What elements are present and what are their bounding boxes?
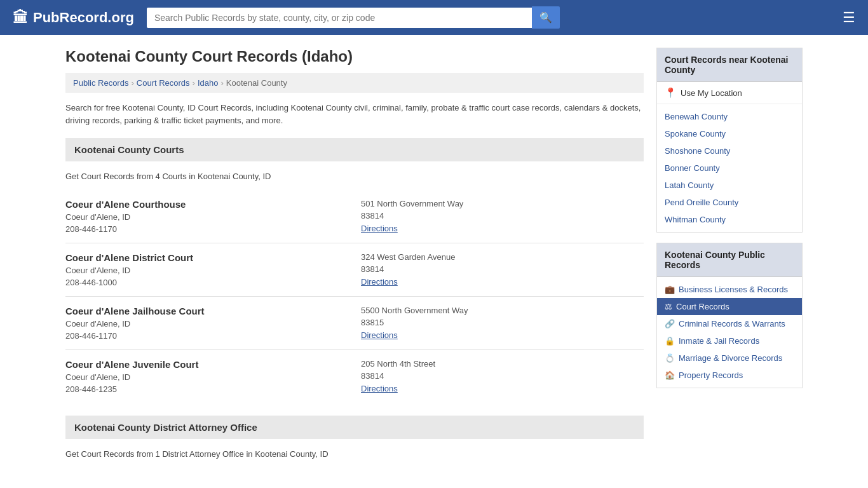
nearby-county-7[interactable]: Whitman County [657,211,802,228]
pr-court-link[interactable]: Court Records [676,302,729,311]
pr-business[interactable]: 💼 Business Licenses & Records [657,281,802,298]
marriage-icon: 💍 [665,353,675,363]
main-container: Kootenai County Court Records (Idaho) Pu… [53,35,815,480]
page-description: Search for free Kootenai County, ID Cour… [65,102,644,126]
nearby-header: Court Records near Kootenai County [657,48,802,82]
use-location-label: Use My Location [681,88,742,98]
public-records-box: Kootenai County Public Records 💼 Busines… [656,243,803,388]
pr-marriage[interactable]: 💍 Marriage & Divorce Records [657,349,802,367]
pr-property[interactable]: 🏠 Property Records [657,367,802,384]
court-zip-3: 83815 [361,318,644,327]
court-name-1: Coeur d'Alene Courthouse [65,199,348,210]
court-city-4: Coeur d'Alene, ID [65,372,348,382]
site-header: 🏛 PubRecord.org 🔍 ☰ [0,0,868,35]
nearby-county-link-2[interactable]: Spokane County [665,129,726,139]
pr-court[interactable]: ⚖ Court Records [657,298,802,315]
logo-text: PubRecord.org [33,10,134,26]
courts-section-header: Kootenai County Courts [65,138,644,161]
pr-business-link[interactable]: Business Licenses & Records [679,285,788,294]
directions-link-4[interactable]: Directions [361,384,398,393]
nearby-counties-box: Court Records near Kootenai County 📍 Use… [656,48,803,233]
courts-list: Coeur d'Alene Courthouse Coeur d'Alene, … [65,190,644,403]
da-section-header: Kootenai County District Attorney Office [65,416,644,439]
nearby-county-link-5[interactable]: Latah County [665,180,714,190]
search-input[interactable] [147,8,532,28]
public-records-header: Kootenai County Public Records [657,243,802,277]
court-phone-4: 208-446-1235 [65,384,348,394]
court-name-2: Coeur d'Alene District Court [65,252,348,263]
nearby-county-link-4[interactable]: Bonner County [665,163,720,173]
court-phone-1: 208-446-1170 [65,224,348,234]
main-content: Kootenai County Court Records (Idaho) Pu… [65,48,644,468]
search-bar: 🔍 [147,6,560,29]
logo-icon: 🏛 [13,9,28,27]
nearby-county-link-3[interactable]: Shoshone County [665,146,730,156]
court-entry-3: Coeur d'Alene Jailhouse Court Coeur d'Al… [65,297,644,350]
breadcrumb-court-records[interactable]: Court Records [137,78,190,88]
breadcrumb-kootenai: Kootenai County [226,78,287,88]
pr-criminal[interactable]: 🔗 Criminal Records & Warrants [657,315,802,332]
court-entry-1: Coeur d'Alene Courthouse Coeur d'Alene, … [65,190,644,243]
page-title: Kootenai County Court Records (Idaho) [65,48,644,65]
nearby-county-1[interactable]: Benewah County [657,108,802,125]
court-entry-4: Coeur d'Alene Juvenile Court Coeur d'Ale… [65,350,644,403]
sidebar: Court Records near Kootenai County 📍 Use… [656,48,803,468]
nearby-county-2[interactable]: Spokane County [657,125,802,142]
nearby-counties-list: Benewah County Spokane County Shoshone C… [657,104,802,232]
breadcrumb: Public Records › Court Records › Idaho ›… [65,73,644,93]
court-city-2: Coeur d'Alene, ID [65,266,348,275]
da-subtext: Get Court Records from 1 District Attorn… [65,445,644,468]
pr-inmate[interactable]: 🔒 Inmate & Jail Records [657,332,802,349]
nearby-county-6[interactable]: Pend Oreille County [657,194,802,211]
nearby-county-5[interactable]: Latah County [657,177,802,194]
court-entry-2: Coeur d'Alene District Court Coeur d'Ale… [65,243,644,297]
criminal-icon: 🔗 [665,319,675,329]
directions-link-3[interactable]: Directions [361,330,398,340]
breadcrumb-sep-1: › [131,78,133,88]
search-button[interactable]: 🔍 [532,6,560,29]
pr-criminal-link[interactable]: Criminal Records & Warrants [679,319,785,329]
breadcrumb-public-records[interactable]: Public Records [73,78,128,88]
logo[interactable]: 🏛 PubRecord.org [13,9,134,27]
court-name-4: Coeur d'Alene Juvenile Court [65,359,348,370]
court-phone-2: 208-446-1000 [65,278,348,287]
pin-icon: 📍 [665,87,677,98]
nearby-county-link-7[interactable]: Whitman County [665,215,726,224]
court-address-2: 324 West Garden Avenue [361,252,644,262]
directions-link-2[interactable]: Directions [361,277,398,287]
directions-link-1[interactable]: Directions [361,224,398,233]
nearby-county-link-6[interactable]: Pend Oreille County [665,198,738,207]
court-zip-1: 83814 [361,211,644,220]
briefcase-icon: 💼 [665,285,675,294]
court-city-1: Coeur d'Alene, ID [65,212,348,222]
nearby-county-4[interactable]: Bonner County [657,159,802,177]
hamburger-button[interactable]: ☰ [843,10,855,26]
court-zip-4: 83814 [361,371,644,381]
pr-marriage-link[interactable]: Marriage & Divorce Records [679,353,782,363]
breadcrumb-idaho[interactable]: Idaho [198,78,219,88]
court-zip-2: 83814 [361,264,644,274]
nearby-county-link-1[interactable]: Benewah County [665,112,728,121]
hamburger-icon: ☰ [843,10,855,25]
pr-property-link[interactable]: Property Records [679,370,743,380]
court-address-1: 501 North Government Way [361,199,644,208]
breadcrumb-sep-2: › [193,78,195,88]
use-my-location[interactable]: 📍 Use My Location [657,82,802,104]
lock-icon: 🔒 [665,336,675,346]
property-icon: 🏠 [665,370,675,380]
court-phone-3: 208-446-1170 [65,331,348,341]
court-address-3: 5500 North Government Way [361,306,644,315]
courts-subtext: Get Court Records from 4 Courts in Koote… [65,168,644,190]
court-name-3: Coeur d'Alene Jailhouse Court [65,306,348,316]
court-city-3: Coeur d'Alene, ID [65,319,348,329]
search-icon: 🔍 [539,11,552,24]
balance-icon: ⚖ [665,302,672,311]
nearby-county-3[interactable]: Shoshone County [657,142,802,159]
court-address-4: 205 North 4th Street [361,359,644,369]
breadcrumb-sep-3: › [220,78,223,88]
public-records-list: 💼 Business Licenses & Records ⚖ Court Re… [657,277,802,388]
pr-inmate-link[interactable]: Inmate & Jail Records [679,336,759,346]
